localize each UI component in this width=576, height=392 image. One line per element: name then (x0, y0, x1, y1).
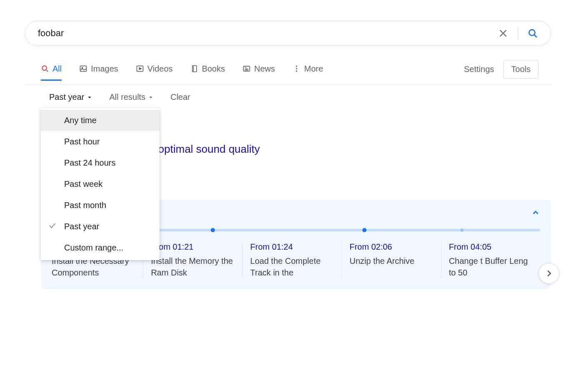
moment-desc: Install the Memory the Ram Disk (151, 255, 234, 278)
video-moment[interactable]: From 01:24 Load the Complete Track in th… (242, 242, 342, 278)
timeline-dot[interactable] (362, 228, 367, 232)
search-icon (527, 28, 538, 39)
moment-time: From 04:05 (449, 242, 533, 252)
dropdown-item-past-week[interactable]: Past week (41, 174, 160, 195)
dropdown-item-past-24h[interactable]: Past 24 hours (41, 152, 160, 174)
moment-desc: Change t Buffer Leng to 50 (449, 255, 533, 278)
tab-books[interactable]: Books (190, 64, 225, 81)
video-moment[interactable]: From 02:06 Unzip the Archive (342, 242, 441, 278)
tab-all[interactable]: All (41, 64, 62, 81)
dropdown-item-past-year[interactable]: Past year (41, 216, 160, 237)
tabs-left: All Images Videos Books News More (41, 64, 323, 81)
dropdown-item-label: Past year (64, 222, 99, 231)
svg-point-16 (296, 68, 297, 69)
tab-label: More (304, 64, 323, 74)
search-actions (498, 27, 538, 40)
tabs-right: Settings Tools (464, 60, 551, 84)
moment-desc: Unzip the Archive (349, 255, 433, 267)
dropdown-item-custom[interactable]: Custom range... (41, 237, 160, 258)
dropdown-item-label: Custom range... (64, 243, 123, 253)
tab-label: Images (91, 64, 118, 74)
tab-more[interactable]: More (292, 64, 323, 81)
tab-images[interactable]: Images (79, 64, 118, 81)
check-icon (48, 221, 57, 232)
search-icon (41, 65, 49, 73)
divider (518, 27, 518, 40)
filters-row: Past year All results Clear Any time Pas… (25, 85, 551, 109)
dropdown-item-any-time[interactable]: Any time (41, 110, 160, 131)
moment-desc: Load the Complete Track in the (250, 255, 334, 278)
caret-down-icon (148, 94, 154, 100)
svg-point-17 (296, 70, 297, 72)
chevron-right-icon (544, 269, 554, 278)
time-dropdown: Any time Past hour Past 24 hours Past we… (41, 108, 160, 260)
tab-label: All (52, 64, 62, 74)
dropdown-item-label: Any time (64, 116, 97, 125)
svg-line-3 (534, 35, 537, 37)
filter-label: Past year (49, 92, 84, 102)
moment-time: From 01:21 (151, 242, 234, 252)
search-button[interactable] (527, 28, 538, 39)
more-icon (292, 65, 301, 73)
svg-point-15 (296, 66, 297, 67)
svg-line-5 (46, 70, 48, 72)
settings-link[interactable]: Settings (464, 65, 494, 74)
dropdown-item-label: Past week (64, 179, 102, 189)
tools-button[interactable]: Tools (503, 60, 539, 79)
moment-time: From 02:06 (349, 242, 433, 252)
image-icon (79, 65, 87, 73)
news-icon (242, 65, 251, 73)
svg-rect-9 (192, 66, 197, 72)
tab-label: Videos (147, 64, 173, 74)
moment-time: From 01:24 (250, 242, 334, 252)
search-bar (25, 21, 551, 46)
timeline-dot[interactable] (211, 228, 215, 232)
collapse-button[interactable] (531, 208, 540, 220)
filter-results[interactable]: All results (109, 92, 154, 102)
dropdown-item-label: Past month (64, 201, 106, 210)
tab-news[interactable]: News (242, 64, 275, 81)
svg-point-4 (42, 66, 47, 70)
filter-label: All results (109, 92, 145, 102)
tab-videos[interactable]: Videos (136, 64, 173, 81)
tab-label: News (254, 64, 275, 74)
dropdown-item-label: Past 24 hours (64, 158, 115, 168)
chevron-up-icon (531, 208, 540, 217)
close-icon (498, 28, 509, 39)
filter-time[interactable]: Past year (49, 92, 92, 102)
clear-search-button[interactable] (498, 28, 509, 39)
tabs-row: All Images Videos Books News More Settin… (25, 60, 551, 85)
video-moment[interactable]: From 04:05 Change t Buffer Leng to 50 (441, 242, 540, 278)
dropdown-item-label: Past hour (64, 137, 100, 146)
book-icon (190, 65, 199, 73)
timeline-dot[interactable] (460, 228, 464, 232)
tab-label: Books (202, 64, 225, 74)
dropdown-item-past-hour[interactable]: Past hour (41, 131, 160, 152)
dropdown-item-past-month[interactable]: Past month (41, 195, 160, 216)
video-icon (136, 65, 144, 73)
svg-point-2 (529, 30, 535, 35)
caret-down-icon (87, 94, 92, 100)
search-input[interactable] (38, 28, 498, 39)
scroll-next-button[interactable] (539, 263, 559, 284)
filter-clear[interactable]: Clear (170, 92, 190, 102)
